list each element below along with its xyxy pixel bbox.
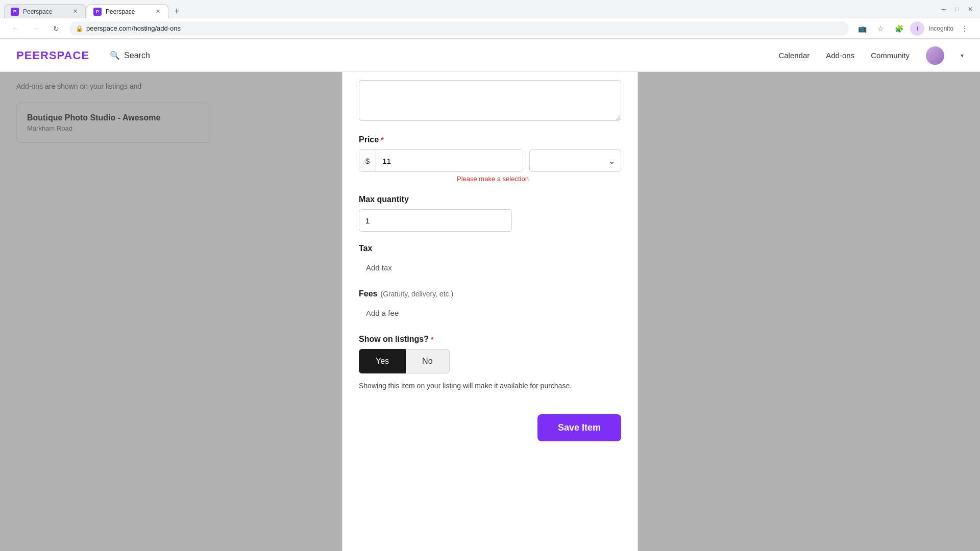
tab-2-favicon: P: [93, 8, 102, 16]
show-on-listings-required-star: *: [431, 335, 433, 343]
new-tab-button[interactable]: +: [169, 4, 184, 18]
show-on-listings-label: Show on listings? *: [359, 335, 621, 344]
price-input-wrapper: $: [359, 149, 523, 172]
browser-tab-2[interactable]: P Peerspace ✕: [87, 4, 168, 18]
address-text: peerspace.com/hosting/add-ons: [86, 24, 181, 32]
description-textarea[interactable]: [359, 80, 621, 121]
page-wrapper: PEERSPACE 🔍 Search Calendar Add-ons Comm…: [0, 39, 980, 551]
page-background: Add-ons are shown on your listings and B…: [0, 72, 980, 551]
forward-button[interactable]: →: [29, 21, 43, 36]
price-section: Price * $ Per hour Per item: [359, 135, 621, 183]
price-unit-select[interactable]: Per hour Per item Per day: [529, 149, 621, 172]
max-quantity-label: Max quantity: [359, 195, 621, 204]
nav-addons[interactable]: Add-ons: [826, 51, 854, 60]
search-button[interactable]: 🔍 Search: [110, 51, 150, 60]
tab-2-label: Peerspace: [106, 8, 135, 15]
tab-1-label: Peerspace: [23, 8, 52, 15]
maximize-button[interactable]: □: [951, 4, 963, 15]
price-unit-select-wrapper: Per hour Per item Per day ⌄: [529, 149, 621, 172]
menu-button[interactable]: ⋮: [958, 21, 972, 36]
fees-section: Fees (Gratuity, delivery, etc.) Add a fe…: [359, 289, 621, 322]
nav-links: Calendar Add-ons Community ▾: [778, 46, 964, 65]
show-on-listings-section: Show on listings? * Yes No Showing this …: [359, 335, 621, 390]
lock-icon: 🔒: [76, 25, 83, 32]
avatar-chevron-icon[interactable]: ▾: [961, 52, 964, 59]
back-button[interactable]: ←: [8, 21, 22, 36]
title-bar: P Peerspace ✕ P Peerspace ✕ + ─ □ ✕: [0, 0, 980, 18]
incognito-label: Incognito: [928, 25, 953, 32]
fees-label: Fees: [359, 289, 377, 298]
nav-calendar[interactable]: Calendar: [778, 51, 810, 60]
tab-1-favicon: P: [11, 8, 19, 16]
minimize-button[interactable]: ─: [938, 4, 949, 15]
search-label: Search: [124, 51, 150, 60]
tab-2-close[interactable]: ✕: [154, 8, 162, 16]
modal-content: Price * $ Per hour Per item: [359, 72, 621, 441]
profile-button[interactable]: I: [910, 21, 924, 36]
save-item-button[interactable]: Save Item: [537, 414, 621, 441]
add-fee-link[interactable]: Add a fee: [359, 304, 406, 322]
price-row: $ Per hour Per item Per day ⌄: [359, 149, 621, 172]
close-window-button[interactable]: ✕: [965, 4, 976, 15]
browser-chrome: P Peerspace ✕ P Peerspace ✕ + ─ □ ✕ ← → …: [0, 0, 980, 39]
show-on-listings-description: Showing this item on your listing will m…: [359, 382, 621, 390]
modal-panel: Price * $ Per hour Per item: [342, 72, 638, 551]
bookmark-icon[interactable]: ☆: [873, 21, 888, 36]
logo-text: PEERSPACE: [16, 49, 89, 62]
navbar: PEERSPACE 🔍 Search Calendar Add-ons Comm…: [0, 39, 980, 72]
tax-label: Tax: [359, 244, 621, 253]
address-bar[interactable]: 🔒 peerspace.com/hosting/add-ons: [69, 21, 849, 36]
browser-actions: 📺 ☆ 🧩 I Incognito ⋮: [855, 21, 972, 36]
browser-tab-1[interactable]: P Peerspace ✕: [4, 4, 86, 18]
price-input[interactable]: [376, 150, 523, 171]
avatar[interactable]: [926, 46, 944, 65]
search-icon: 🔍: [110, 51, 120, 60]
max-quantity-section: Max quantity: [359, 195, 621, 232]
reload-button[interactable]: ↻: [49, 21, 63, 36]
price-error-message: Please make a selection: [457, 175, 621, 183]
max-quantity-input[interactable]: [359, 209, 512, 232]
tab-1-close[interactable]: ✕: [71, 8, 79, 16]
price-label: Price *: [359, 135, 621, 144]
yes-button[interactable]: Yes: [359, 349, 406, 373]
no-button[interactable]: No: [406, 349, 449, 373]
logo[interactable]: PEERSPACE: [16, 49, 89, 62]
profile-extensions-icon[interactable]: 🧩: [892, 21, 906, 36]
cast-icon[interactable]: 📺: [855, 21, 869, 36]
modal-footer: Save Item: [359, 406, 621, 441]
fees-subtitle: (Gratuity, delivery, etc.): [380, 290, 453, 298]
add-tax-link[interactable]: Add tax: [359, 258, 399, 277]
tabs-area: P Peerspace ✕ P Peerspace ✕ +: [4, 0, 184, 18]
address-bar-row: ← → ↻ 🔒 peerspace.com/hosting/add-ons 📺 …: [0, 18, 980, 39]
tax-section: Tax Add tax: [359, 244, 621, 277]
price-required-star: *: [381, 136, 383, 144]
nav-community[interactable]: Community: [871, 51, 910, 60]
toggle-group: Yes No: [359, 349, 621, 373]
currency-symbol: $: [359, 150, 376, 171]
window-controls: ─ □ ✕: [938, 4, 976, 15]
fees-label-row: Fees (Gratuity, delivery, etc.): [359, 289, 621, 298]
